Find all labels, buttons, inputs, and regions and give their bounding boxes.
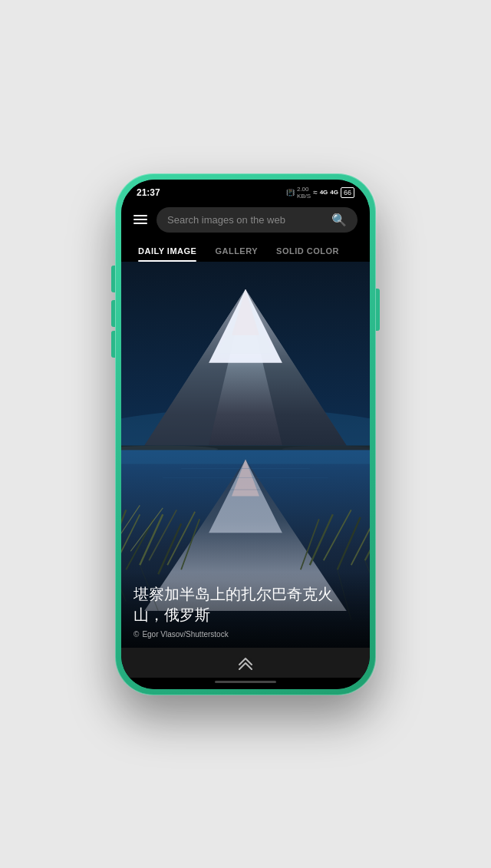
tab-gallery[interactable]: GALLERY [206, 239, 267, 262]
status-icons: 📳 2.00KB/S ≈ 4G 4G 66 [286, 186, 354, 200]
search-bar: Search images on the web 🔍 [121, 203, 370, 239]
mountain-image: 堪察加半岛上的扎尔巴奇克火山，俄罗斯 © Egor Vlasov/Shutter… [121, 262, 370, 648]
vibrate-icon: 📳 [286, 189, 295, 196]
battery-icon: 66 [341, 187, 354, 198]
signal-4g-1: 4G [320, 189, 328, 196]
tab-daily-image[interactable]: DAILY IMAGE [129, 239, 206, 262]
search-input-container[interactable]: Search images on the web 🔍 [157, 207, 358, 233]
scroll-up-chevron[interactable] [236, 655, 255, 673]
screen: 21:37 📳 2.00KB/S ≈ 4G 4G 66 S [121, 180, 370, 689]
bottom-nav[interactable] [121, 648, 370, 678]
home-indicator-bar [121, 678, 370, 689]
home-bar [215, 681, 276, 683]
tab-bar: DAILY IMAGE GALLERY SOLID COLOR [121, 239, 370, 262]
hamburger-menu-icon[interactable] [133, 215, 147, 224]
phone-screen-bezel: 21:37 📳 2.00KB/S ≈ 4G 4G 66 S [121, 180, 370, 689]
wifi-icon: ≈ [313, 188, 318, 196]
copyright-symbol: © [133, 630, 139, 639]
status-time: 21:37 [137, 187, 160, 198]
caption-credit: © Egor Vlasov/Shutterstock [133, 630, 358, 639]
signal-4g-2: 4G [330, 189, 338, 196]
phone-device: 21:37 📳 2.00KB/S ≈ 4G 4G 66 S [115, 173, 376, 695]
search-placeholder: Search images on the web [167, 214, 285, 226]
tab-solid-color[interactable]: SOLID COLOR [267, 239, 348, 262]
credit-text: Egor Vlasov/Shutterstock [142, 630, 228, 639]
daily-image-container: 堪察加半岛上的扎尔巴奇克火山，俄罗斯 © Egor Vlasov/Shutter… [121, 262, 370, 648]
search-icon[interactable]: 🔍 [331, 213, 347, 227]
caption-overlay: 堪察加半岛上的扎尔巴奇克火山，俄罗斯 © Egor Vlasov/Shutter… [121, 572, 370, 648]
caption-title: 堪察加半岛上的扎尔巴奇克火山，俄罗斯 [133, 584, 358, 625]
status-bar: 21:37 📳 2.00KB/S ≈ 4G 4G 66 [121, 180, 370, 203]
data-speed: 2.00KB/S [297, 186, 311, 200]
